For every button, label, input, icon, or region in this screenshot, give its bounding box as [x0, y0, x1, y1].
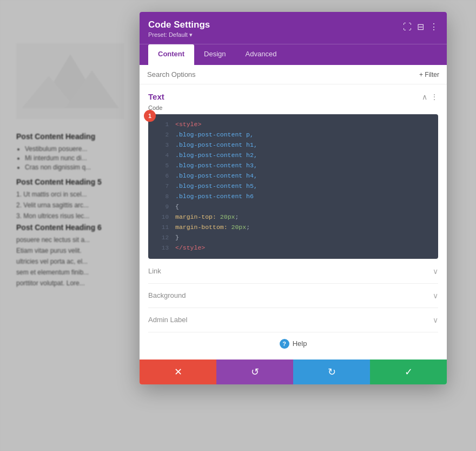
collapse-icon[interactable]: ∧ [422, 93, 427, 101]
link-section[interactable]: Link ∨ [148, 259, 438, 283]
code-editor-container: 1 1 <style> 2 .blog-post-content p, 3 .b… [148, 114, 438, 259]
tab-design[interactable]: Design [194, 44, 235, 65]
code-line-11: 11 margin-bottom: 20px; [148, 223, 438, 233]
help-text[interactable]: Help [293, 339, 307, 348]
tab-content[interactable]: Content [148, 44, 194, 65]
link-chevron-icon: ∨ [433, 267, 438, 276]
modal-footer: ✕ ↺ ↻ ✓ [140, 360, 447, 384]
code-line-10: 10 margin-top: 20px; [148, 212, 438, 223]
code-settings-modal: Code Settings Preset: Default ▾ ⛶ ⊟ ⋮ Co… [140, 12, 447, 384]
modal-body: Text ∧ ⋮ Code 1 1 <style> 2 .blog-post-c… [140, 84, 447, 360]
modal-header: Code Settings Preset: Default ▾ ⛶ ⊟ ⋮ [140, 12, 447, 44]
help-row: ? Help [148, 332, 438, 351]
code-line-5: 5 .blog-post-content h3, [148, 161, 438, 171]
text-section-title: Text [148, 92, 164, 101]
code-line-3: 3 .blog-post-content h1, [148, 140, 438, 151]
code-label: Code [148, 104, 438, 111]
code-line-6: 6 .blog-post-content h4, [148, 171, 438, 181]
redo-button[interactable]: ↻ [293, 360, 370, 384]
code-editor[interactable]: 1 <style> 2 .blog-post-content p, 3 .blo… [148, 114, 438, 259]
notification-badge: 1 [144, 110, 156, 122]
admin-label-text: Admin Label [148, 316, 187, 324]
modal-tabs: Content Design Advanced [140, 44, 447, 65]
admin-label-section[interactable]: Admin Label ∨ [148, 308, 438, 332]
code-line-9: 9 { [148, 202, 438, 212]
section-more-icon[interactable]: ⋮ [431, 93, 438, 101]
modal-title-block: Code Settings Preset: Default ▾ [148, 19, 210, 38]
save-icon: ✓ [405, 366, 413, 378]
cancel-button[interactable]: ✕ [140, 360, 216, 384]
code-line-12: 12 } [148, 233, 438, 243]
search-bar: + Filter [140, 65, 447, 84]
cancel-icon: ✕ [174, 366, 182, 378]
code-lines: 1 <style> 2 .blog-post-content p, 3 .blo… [148, 120, 438, 253]
save-button[interactable]: ✓ [370, 360, 447, 384]
undo-icon: ↺ [251, 366, 259, 378]
filter-button[interactable]: + Filter [419, 71, 439, 79]
code-line-13: 13 </style> [148, 243, 438, 253]
undo-button[interactable]: ↺ [216, 360, 293, 384]
modal-title: Code Settings [148, 19, 210, 30]
section-actions: ∧ ⋮ [422, 93, 438, 101]
code-line-1: 1 <style> [148, 120, 438, 130]
code-line-4: 4 .blog-post-content h2, [148, 151, 438, 161]
split-view-icon[interactable]: ⊟ [417, 22, 424, 32]
code-line-8: 8 .blog-post-content h6 [148, 192, 438, 202]
fullscreen-icon[interactable]: ⛶ [403, 22, 412, 32]
modal-header-actions: ⛶ ⊟ ⋮ [403, 22, 438, 32]
code-line-2: 2 .blog-post-content p, [148, 130, 438, 140]
search-input[interactable] [147, 70, 419, 79]
text-section-header: Text ∧ ⋮ [148, 84, 438, 104]
link-label: Link [148, 267, 161, 275]
admin-label-chevron-icon: ∨ [433, 316, 438, 324]
code-line-7: 7 .blog-post-content h5, [148, 181, 438, 192]
more-options-icon[interactable]: ⋮ [429, 22, 438, 32]
background-chevron-icon: ∨ [433, 291, 438, 300]
help-icon[interactable]: ? [280, 339, 289, 349]
background-section[interactable]: Background ∨ [148, 283, 438, 308]
tab-advanced[interactable]: Advanced [236, 44, 287, 65]
redo-icon: ↻ [328, 366, 336, 378]
background-label: Background [148, 291, 186, 299]
modal-preset[interactable]: Preset: Default ▾ [148, 31, 210, 38]
